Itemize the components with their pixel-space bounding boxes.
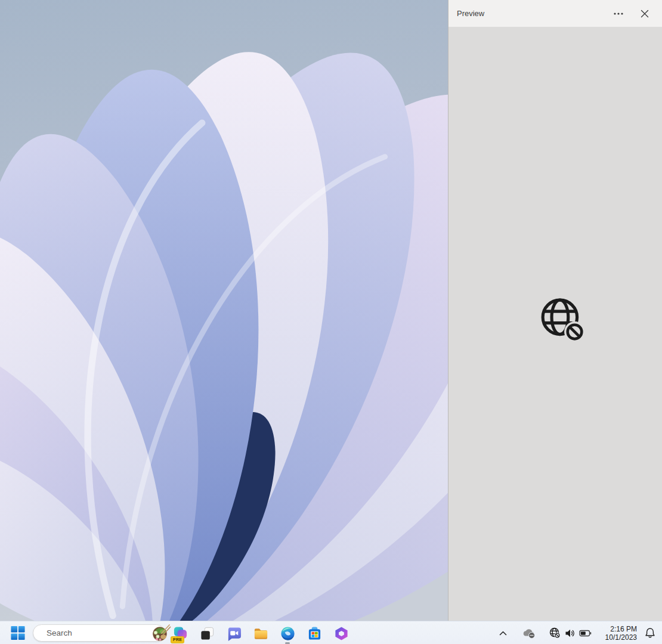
edge-button[interactable]	[274, 623, 301, 644]
onedrive-button[interactable]	[519, 624, 539, 643]
search-input[interactable]	[41, 628, 152, 637]
more-options-button[interactable]	[610, 6, 627, 21]
task-view-icon	[200, 626, 215, 641]
start-button[interactable]	[7, 623, 29, 643]
preview-panel-body	[448, 27, 662, 621]
microsoft-store-button[interactable]	[301, 623, 328, 644]
chat-icon	[227, 626, 242, 641]
desktop-wallpaper	[0, 0, 448, 621]
copilot-button[interactable]: PRE	[167, 623, 194, 644]
preview-panel-header: Preview	[448, 0, 662, 27]
notifications-button[interactable]	[642, 624, 658, 643]
battery-icon	[579, 628, 592, 638]
file-explorer-icon	[253, 626, 268, 641]
chat-button[interactable]	[221, 623, 248, 644]
chevron-up-icon	[499, 630, 508, 636]
copilot-preview-badge: PRE	[171, 636, 184, 643]
system-tray: 2:16 PM 10/1/2023	[496, 621, 662, 644]
bloom-artwork	[0, 0, 448, 621]
taskbar-app-icons: PRE	[167, 623, 355, 644]
search-box[interactable]	[33, 624, 165, 642]
clock[interactable]: 2:16 PM 10/1/2023	[603, 624, 639, 643]
windows-logo-icon	[11, 625, 25, 641]
edge-icon	[280, 626, 295, 641]
microsoft-store-icon	[307, 626, 322, 641]
preview-panel-actions	[610, 6, 654, 21]
microsoft-365-button[interactable]	[328, 623, 355, 644]
preview-panel: Preview	[448, 0, 662, 621]
taskbar: PRE	[0, 621, 662, 644]
clock-date: 10/1/2023	[605, 633, 637, 642]
close-button[interactable]	[636, 6, 654, 21]
close-icon	[641, 10, 649, 18]
ellipsis-icon	[613, 12, 624, 16]
onedrive-cloud-icon	[522, 628, 536, 639]
file-explorer-button[interactable]	[248, 623, 274, 644]
quick-settings-button[interactable]	[546, 624, 595, 643]
task-view-button[interactable]	[194, 623, 221, 644]
clock-time: 2:16 PM	[605, 625, 637, 633]
globe-prohibited-icon	[539, 296, 586, 343]
preview-panel-title: Preview	[457, 9, 484, 18]
speaker-icon	[565, 628, 575, 638]
no-internet-globe-icon	[549, 627, 561, 639]
bell-icon	[645, 627, 655, 639]
desktop-screen: Preview	[0, 0, 662, 644]
microsoft-365-icon	[334, 626, 349, 641]
show-hidden-icons-button[interactable]	[496, 624, 511, 643]
